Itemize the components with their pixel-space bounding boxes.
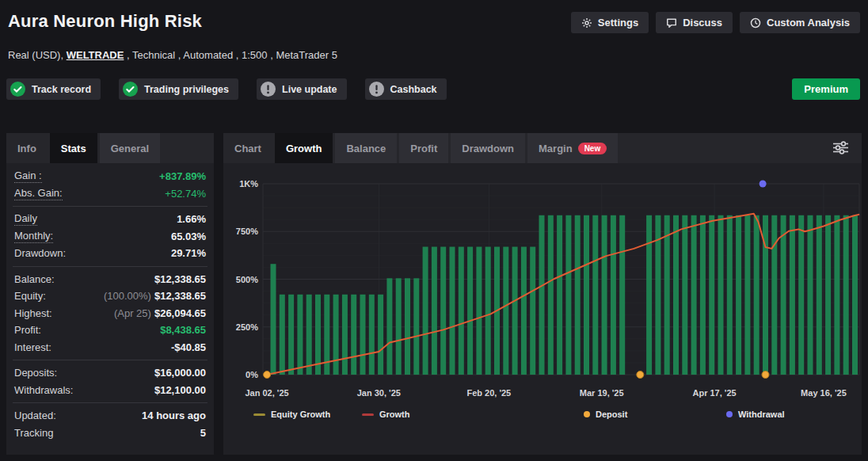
legend-item-growth[interactable]: Growth (362, 410, 410, 419)
stat-row: Updated:14 hours ago (6, 407, 214, 425)
equity-growth-bar (351, 295, 356, 375)
stat-value: $16,000.00 (154, 367, 206, 379)
stat-label: Balance: (14, 273, 55, 285)
equity-growth-bar (432, 247, 437, 375)
equity-growth-bar (476, 247, 482, 375)
discuss-button[interactable]: Discuss (656, 12, 733, 33)
stats-panel-tabs: InfoStatsGeneral (6, 133, 214, 163)
badge-live-update[interactable]: Live update (257, 78, 346, 100)
stat-row: Drawdown:29.71% (6, 245, 214, 262)
stat-row: Interest:-$40.85 (6, 339, 214, 356)
equity-growth-bar (808, 215, 813, 375)
y-axis-tick: 500% (236, 275, 258, 284)
x-axis-tick: May 16, '25 (801, 388, 847, 398)
y-axis-tick: 250% (236, 322, 258, 332)
button-label: Settings (598, 17, 638, 29)
equity-growth-bar (611, 215, 616, 375)
badge-cashback[interactable]: Cashback (365, 78, 447, 100)
stat-label: Equity: (14, 290, 46, 302)
stat-value-text: $16,000.00 (154, 367, 206, 379)
legend-item-withdrawal[interactable]: Withdrawal (726, 410, 785, 419)
legend-label: Withdrawal (738, 410, 785, 419)
stat-label: Profit: (14, 324, 41, 336)
group-separator (13, 360, 207, 360)
stat-value-text: 14 hours ago (142, 410, 206, 421)
equity-growth-bar (423, 247, 428, 375)
chart-panel: ChartGrowthBalanceProfitDrawdownMarginNe… (223, 133, 862, 455)
tab-info[interactable]: Info (6, 133, 48, 163)
x-axis-tick: Mar 19, '25 (580, 388, 624, 398)
tab-label: Growth (286, 143, 322, 154)
chart-panel-tabs: ChartGrowthBalanceProfitDrawdownMarginNe… (223, 133, 862, 163)
sliders-icon[interactable] (832, 141, 849, 158)
stat-row: Withdrawals:$12,100.00 (6, 382, 214, 399)
stats-list: Gain :+837.89%Abs. Gain:+52.74%Daily1.66… (6, 163, 214, 441)
stat-value-text: +837.89% (159, 170, 206, 182)
equity-growth-swatch (253, 413, 265, 416)
equity-growth-bar (790, 215, 795, 375)
tab-stats[interactable]: Stats (50, 133, 97, 163)
equity-growth-bar (798, 215, 804, 375)
stat-value: $8,438.65 (160, 324, 206, 336)
stat-value: (Apr 25)$26,094.65 (114, 307, 206, 319)
tab-chart[interactable]: Chart (223, 133, 272, 163)
stat-value-text: 65.03% (171, 230, 206, 242)
stat-value: $12,100.00 (154, 384, 206, 396)
stat-row: Deposits:$16,000.00 (6, 364, 214, 382)
custom-analysis-button[interactable]: Custom Analysis (740, 12, 860, 33)
withdrawal-marker (760, 181, 767, 188)
x-axis-tick: Jan 02, '25 (245, 388, 288, 398)
premium-button[interactable]: Premium (792, 78, 860, 100)
tab-profit[interactable]: Profit (399, 133, 448, 163)
tab-drawdown[interactable]: Drawdown (451, 133, 525, 163)
stat-row: Tracking5 (6, 425, 214, 442)
equity-growth-bar (369, 295, 375, 375)
withdrawal-swatch (726, 411, 733, 417)
stats-panel: InfoStatsGeneral Gain :+837.89%Abs. Gain… (6, 133, 214, 455)
stat-label: Daily (14, 212, 37, 226)
broker-link[interactable]: WELTRADE (67, 49, 124, 61)
settings-button[interactable]: Settings (571, 12, 649, 33)
equity-growth-bar (503, 247, 508, 375)
tab-general[interactable]: General (100, 133, 160, 163)
equity-growth-bar (700, 215, 706, 375)
stat-label: Deposits: (14, 367, 57, 379)
equity-growth-bar (450, 247, 455, 375)
equity-growth-bar (817, 215, 822, 375)
badge-trading-privileges[interactable]: Trading privileges (119, 78, 238, 100)
badge-track-record[interactable]: Track record (6, 78, 101, 100)
y-axis-tick: 750% (236, 227, 258, 236)
page-title: Aura Neuron High Risk (8, 11, 202, 32)
stat-value: 5 (200, 427, 206, 439)
tab-growth[interactable]: Growth (275, 133, 333, 163)
equity-growth-bar (575, 215, 581, 375)
tab-margin[interactable]: MarginNew (527, 133, 618, 163)
equity-growth-bar (718, 215, 724, 375)
equity-growth-bar (727, 215, 733, 375)
legend-item-equity-growth[interactable]: Equity Growth (253, 410, 330, 419)
badge-label: Live update (282, 84, 337, 95)
equity-growth-bar (306, 295, 312, 375)
growth-swatch (362, 413, 374, 416)
stat-label: Highest: (14, 307, 52, 319)
clock-icon (750, 17, 761, 29)
tab-label: Profit (410, 143, 437, 154)
stat-label: Monthly: (14, 230, 53, 243)
equity-growth-bar (530, 247, 535, 375)
equity-growth-bar (413, 278, 419, 375)
check-circle-icon (10, 82, 25, 97)
legend-item-deposit[interactable]: Deposit (584, 410, 627, 419)
equity-growth-bar (834, 215, 839, 375)
gear-icon (581, 17, 592, 29)
tab-balance[interactable]: Balance (335, 133, 397, 163)
stat-label: Drawdown: (14, 247, 66, 259)
check-circle-icon (123, 82, 138, 97)
equity-growth-bar (646, 215, 652, 375)
tab-label: Info (17, 143, 36, 154)
x-axis-tick: Apr 17, '25 (692, 388, 736, 398)
growth-chart[interactable]: 0%250%500%750%1K%Jan 02, '25Jan 30, '25F… (223, 163, 862, 455)
stat-row: Highest:(Apr 25)$26,094.65 (6, 305, 214, 322)
stat-row: Daily1.66% (6, 211, 214, 228)
stat-value-text: $12,100.00 (154, 384, 206, 396)
deposit-marker (762, 371, 769, 379)
